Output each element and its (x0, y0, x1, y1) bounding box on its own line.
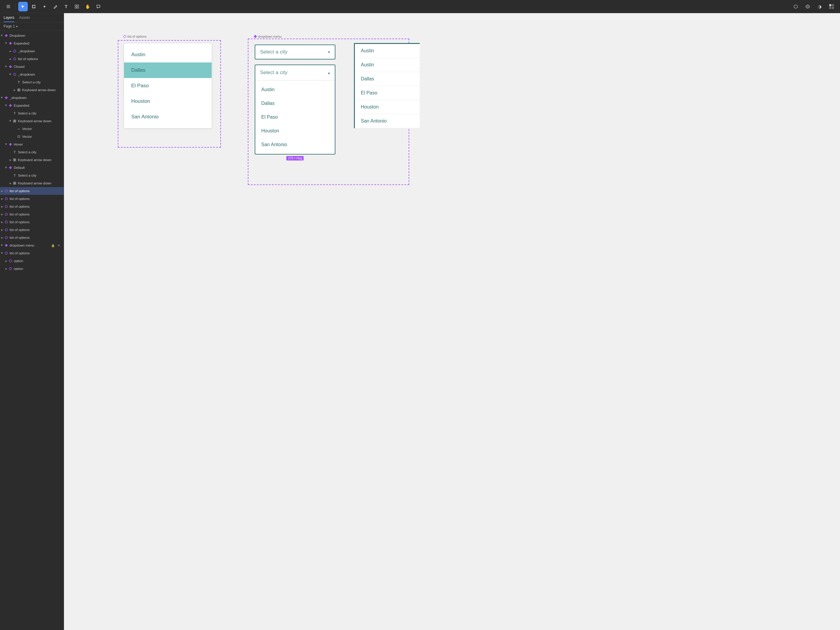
right-panel-item-2[interactable]: Dallas (355, 72, 420, 86)
tree-item-31[interactable]: ▶option (0, 265, 64, 273)
right-panel-item-1[interactable]: Austin (355, 58, 420, 72)
share-button[interactable] (803, 2, 813, 11)
theme-button[interactable]: ◑ (815, 2, 824, 11)
svg-marker-36 (5, 96, 8, 99)
tree-item-15[interactable]: ▶Hover (0, 141, 64, 148)
tree-item-4[interactable]: ▶list of options (0, 55, 64, 63)
tree-item-8[interactable]: ▶Keyboard arrow down (0, 86, 64, 94)
tree-arrow[interactable]: ▶ (4, 166, 8, 170)
tree-item-10[interactable]: ▶Expanded (0, 102, 64, 109)
pen-tool-button[interactable] (51, 2, 60, 11)
tree-item-24[interactable]: ▶list of options (0, 210, 64, 218)
tree-item-3[interactable]: ▶_dropdown (0, 47, 64, 55)
menu-button[interactable] (3, 2, 13, 11)
tree-arrow[interactable]: ▶ (0, 189, 4, 193)
tree-item-12[interactable]: ▶Keyboard arrow down (0, 117, 64, 125)
dropdown-open-item-1[interactable]: Dallas (255, 96, 335, 110)
dropdown-closed[interactable]: Select a city ▾ (255, 44, 335, 60)
tree-item-30[interactable]: ▶option (0, 257, 64, 265)
tree-item-17[interactable]: ▶Keyboard arrow down (0, 156, 64, 164)
tree-arrow[interactable]: ▶ (0, 235, 4, 240)
tree-arrow[interactable]: ▶ (4, 259, 8, 263)
tree-item-22[interactable]: ▶list of options (0, 195, 64, 203)
lock-icon[interactable]: 🔒 (51, 243, 55, 248)
plugins-button[interactable] (791, 2, 801, 11)
list-option-item-4[interactable]: San Antonio (124, 109, 212, 125)
tree-item-1[interactable]: ▶Dropdown (0, 32, 64, 39)
tree-arrow[interactable]: ▶ (0, 197, 4, 201)
right-panel-item-4[interactable]: Houston (355, 100, 420, 114)
tree-item-29[interactable]: ▶list of options (0, 249, 64, 257)
tree-item-13[interactable]: ▶Vector (0, 125, 64, 133)
tree-item-2[interactable]: ▶Expanded (0, 39, 64, 47)
tree-item-28[interactable]: ▶dropdown menu🔒👁 (0, 242, 64, 249)
eye-icon[interactable]: 👁 (57, 243, 61, 248)
dropdown-open-item-4[interactable]: San Antonio (255, 138, 335, 152)
tree-arrow[interactable]: ▶ (0, 204, 4, 208)
tree-arrow[interactable]: ▶ (4, 267, 8, 271)
canvas[interactable]: list of options AustinDallasEl PasoHoust… (64, 13, 840, 630)
tab-layers[interactable]: Layers (3, 16, 14, 22)
tree-item-9[interactable]: ▶_dropdown (0, 94, 64, 102)
tree-arrow[interactable]: ▶ (0, 220, 4, 224)
tree-arrow[interactable]: ▶ (4, 103, 8, 107)
tree-arrow[interactable]: ▶ (8, 57, 13, 61)
tree-arrow[interactable]: ▶ (8, 158, 13, 162)
tree-arrow[interactable]: ▶ (4, 142, 8, 147)
comment-tool-button[interactable] (93, 2, 103, 11)
tree-item-21[interactable]: ▶list of options (0, 187, 64, 195)
tree-arrow[interactable]: ▶ (8, 119, 13, 123)
tree-arrow[interactable]: ▶ (8, 49, 13, 53)
dropdown-open-item-2[interactable]: El Paso (255, 110, 335, 124)
tree-item-label: Hover (14, 142, 61, 146)
list-option-item-2[interactable]: El Paso (124, 78, 212, 93)
tree-item-label: Select a city (18, 174, 61, 177)
dropdown-open-header[interactable]: Select a city ▴ (255, 65, 335, 80)
tree-arrow[interactable]: ▶ (8, 181, 13, 185)
dropdown-open-item-3[interactable]: Houston (255, 124, 335, 138)
page-selector[interactable]: Page 1 ▾ (0, 22, 64, 30)
tree-item-6[interactable]: ▶_dropdown (0, 71, 64, 78)
tree-arrow[interactable]: ▶ (0, 251, 4, 255)
tree-item-26[interactable]: ▶list of options (0, 226, 64, 234)
zoom-button[interactable] (827, 2, 837, 11)
tab-assets[interactable]: Assets (19, 16, 30, 22)
text-tool-button[interactable]: T (61, 2, 71, 11)
list-option-item-0[interactable]: Austin (124, 47, 212, 62)
list-option-item-3[interactable]: Houston (124, 93, 212, 109)
pointer-tool-button[interactable] (18, 2, 28, 11)
tree-arrow[interactable]: ▶ (13, 88, 17, 92)
dropdown-open-item-0[interactable]: Austin (255, 83, 335, 96)
right-panel-item-3[interactable]: El Paso (355, 86, 420, 100)
tree-item-icon-diamond-outline (4, 204, 8, 208)
tree-arrow[interactable]: ▶ (0, 243, 4, 248)
tree-arrow[interactable]: ▶ (0, 96, 4, 100)
tree-item-7[interactable]: ▶TSelect a city (0, 78, 64, 86)
tree-item-5[interactable]: ▶Closed (0, 63, 64, 71)
components-tool-button[interactable] (72, 2, 82, 11)
tree-item-18[interactable]: ▶Default (0, 164, 64, 172)
tree-item-icon-rect (17, 134, 21, 139)
tree-item-11[interactable]: ▶TSelect a city (0, 109, 64, 117)
list-option-item-1[interactable]: Dallas (124, 62, 212, 78)
tree-item-20[interactable]: ▶Keyboard arrow down (0, 179, 64, 187)
tree-arrow[interactable]: ▶ (0, 228, 4, 232)
tree-arrow[interactable]: ▶ (8, 72, 13, 76)
tree-arrow[interactable]: ▶ (0, 212, 4, 216)
frame-tool-button[interactable] (29, 2, 39, 11)
tree-arrow[interactable]: ▶ (4, 41, 8, 46)
tree-item-23[interactable]: ▶list of options (0, 203, 64, 210)
hand-tool-button[interactable]: ✋ (83, 2, 92, 11)
tree-arrow[interactable]: ▶ (0, 33, 4, 38)
right-panel-item-0[interactable]: Austin (355, 43, 420, 58)
tree-item-25[interactable]: ▶list of options (0, 218, 64, 226)
dropdown-open[interactable]: Select a city ▴ AustinDallasEl PasoHoust… (255, 65, 335, 155)
tree-item-14[interactable]: ▶Vector (0, 133, 64, 141)
tree-item-16[interactable]: ▶TSelect a city (0, 148, 64, 156)
tree-arrow[interactable]: ▶ (4, 65, 8, 69)
svg-rect-33 (19, 89, 21, 90)
shape-tool-button[interactable]: ✦ (40, 2, 49, 11)
tree-item-27[interactable]: ▶list of options (0, 234, 64, 242)
right-panel-item-5[interactable]: San Antonio (355, 114, 420, 128)
tree-item-19[interactable]: ▶TSelect a city (0, 172, 64, 179)
